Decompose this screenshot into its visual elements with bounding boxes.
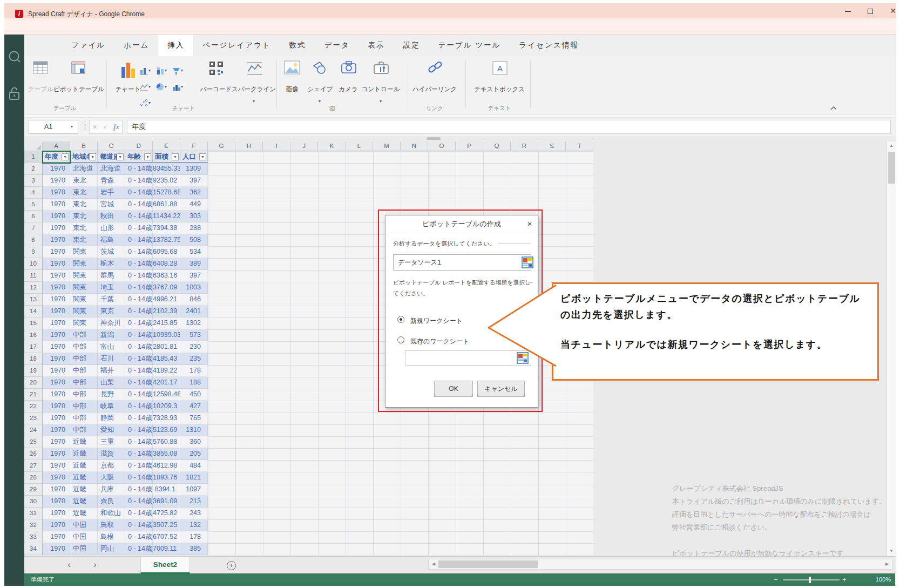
cell-C20[interactable]: 山梨: [98, 377, 125, 389]
row-header-10[interactable]: 10: [24, 258, 43, 270]
cell-A29[interactable]: 1970: [43, 484, 70, 496]
filter-button[interactable]: ▾: [199, 153, 206, 160]
filter-button[interactable]: ▾: [89, 153, 96, 160]
column-header-E[interactable]: E: [153, 141, 180, 151]
camera-button[interactable]: カメラ: [336, 85, 360, 94]
cell-E12[interactable]: 3767.09: [153, 282, 180, 294]
cell-A23[interactable]: 1970: [43, 413, 70, 424]
header-cell[interactable]: 人口▾: [180, 151, 208, 163]
cell-A22[interactable]: 1970: [43, 401, 70, 413]
column-header-F[interactable]: F: [180, 141, 208, 151]
row-header-16[interactable]: 16: [24, 329, 43, 341]
cell-F7[interactable]: 288: [180, 222, 208, 234]
cell-F17[interactable]: 230: [180, 341, 208, 353]
sparkline-dropdown-icon[interactable]: ▾: [249, 99, 258, 104]
cell-E5[interactable]: 6861.88: [153, 199, 180, 211]
cell-F31[interactable]: 243: [180, 508, 208, 519]
cell-E19[interactable]: 4189.22: [153, 365, 180, 377]
cell-D15[interactable]: 0 - 14歳: [125, 317, 153, 329]
cell-B25[interactable]: 近畿: [70, 436, 98, 448]
cell-A25[interactable]: 1970: [43, 436, 70, 448]
cell-D8[interactable]: 0 - 14歳: [125, 234, 153, 246]
cell-B33[interactable]: 中国: [70, 531, 98, 543]
cell-F26[interactable]: 205: [180, 448, 208, 460]
cell-D18[interactable]: 0 - 14歳: [125, 353, 153, 365]
add-sheet-button[interactable]: +: [227, 561, 236, 570]
column-header-J[interactable]: J: [290, 141, 318, 151]
cell-B4[interactable]: 東北: [70, 187, 98, 199]
row-header-1[interactable]: 1: [24, 151, 43, 163]
row-header-20[interactable]: 20: [24, 377, 43, 389]
cell-D22[interactable]: 0 - 14歳: [125, 401, 153, 413]
column-header-P[interactable]: P: [456, 141, 483, 151]
cell-D23[interactable]: 0 - 14歳: [125, 413, 153, 424]
header-cell[interactable]: 年齢▾: [125, 151, 153, 163]
hyperlink-button[interactable]: ハイパーリンク: [412, 85, 457, 94]
cell-A8[interactable]: 1970: [43, 234, 70, 246]
filter-button[interactable]: ▾: [172, 153, 179, 160]
maximize-button[interactable]: [861, 3, 879, 18]
cancel-entry-icon[interactable]: ✕: [92, 124, 97, 131]
row-header-24[interactable]: 24: [24, 424, 43, 436]
cell-A16[interactable]: 1970: [43, 329, 70, 341]
cell-D24[interactable]: 0 - 14歳: [125, 424, 153, 436]
column-chart-type-button[interactable]: ▾: [139, 64, 155, 78]
cell-F23[interactable]: 765: [180, 413, 208, 424]
cell-A15[interactable]: 1970: [43, 317, 70, 329]
cell-D7[interactable]: 0 - 14歳: [125, 222, 153, 234]
column-header-T[interactable]: T: [566, 141, 593, 151]
cell-F28[interactable]: 1821: [180, 472, 208, 484]
cell-F30[interactable]: 213: [180, 496, 208, 508]
cell-E31[interactable]: 4725.82: [153, 508, 180, 519]
cell-B7[interactable]: 東北: [70, 222, 98, 234]
cell-A7[interactable]: 1970: [43, 222, 70, 234]
column-header-C[interactable]: C: [98, 141, 125, 151]
cell-E26[interactable]: 3855.08: [153, 448, 180, 460]
close-button[interactable]: ✕: [884, 3, 900, 18]
cell-F29[interactable]: 1097: [180, 484, 208, 496]
splitter-handle[interactable]: [427, 137, 441, 140]
cell-C22[interactable]: 岐阜: [98, 401, 125, 413]
cell-F9[interactable]: 534: [180, 246, 208, 258]
cell-F19[interactable]: 178: [180, 365, 208, 377]
cell-B32[interactable]: 中国: [70, 519, 98, 531]
cell-C5[interactable]: 宮城: [98, 199, 125, 211]
cell-A14[interactable]: 1970: [43, 306, 70, 317]
row-header-6[interactable]: 6: [24, 211, 43, 222]
cell-D20[interactable]: 0 - 14歳: [125, 377, 153, 389]
sheet-next-icon[interactable]: ›: [87, 557, 103, 574]
cell-D2[interactable]: 0 - 14歳: [125, 163, 153, 175]
cell-A4[interactable]: 1970: [43, 187, 70, 199]
image-icon[interactable]: [284, 60, 300, 75]
cell-E15[interactable]: 2415.85: [153, 317, 180, 329]
cell-F25[interactable]: 360: [180, 436, 208, 448]
collapse-ribbon-icon[interactable]: [830, 106, 836, 110]
cell-F5[interactable]: 449: [180, 199, 208, 211]
lock-icon[interactable]: [8, 85, 22, 102]
row-header-25[interactable]: 25: [24, 436, 43, 448]
scatter-chart-type-button[interactable]: ▾: [139, 96, 155, 110]
scroll-left-icon[interactable]: ◀: [429, 560, 438, 569]
cell-A27[interactable]: 1970: [43, 460, 70, 472]
cell-B29[interactable]: 近畿: [70, 484, 98, 496]
cell-D19[interactable]: 0 - 14歳: [125, 365, 153, 377]
cell-A24[interactable]: 1970: [43, 424, 70, 436]
cell-F27[interactable]: 484: [180, 460, 208, 472]
cell-B26[interactable]: 近畿: [70, 448, 98, 460]
ribbon-tab-1[interactable]: ホーム: [114, 35, 158, 56]
cell-F10[interactable]: 389: [180, 258, 208, 270]
cell-E25[interactable]: 5760.88: [153, 436, 180, 448]
cell-A32[interactable]: 1970: [43, 519, 70, 531]
new-worksheet-radio[interactable]: [397, 316, 404, 323]
row-header-14[interactable]: 14: [24, 306, 43, 317]
cell-B8[interactable]: 東北: [70, 234, 98, 246]
cell-E6[interactable]: 11434.22: [153, 211, 180, 222]
name-box-dropdown-icon[interactable]: ▾: [66, 120, 77, 134]
cell-A2[interactable]: 1970: [43, 163, 70, 175]
zoom-out-icon[interactable]: −: [774, 573, 778, 586]
cell-A20[interactable]: 1970: [43, 377, 70, 389]
zoom-slider[interactable]: [783, 579, 840, 580]
column-header-H[interactable]: H: [235, 141, 263, 151]
cell-B2[interactable]: 北海道: [70, 163, 98, 175]
cell-D28[interactable]: 0 - 14歳: [125, 472, 153, 484]
